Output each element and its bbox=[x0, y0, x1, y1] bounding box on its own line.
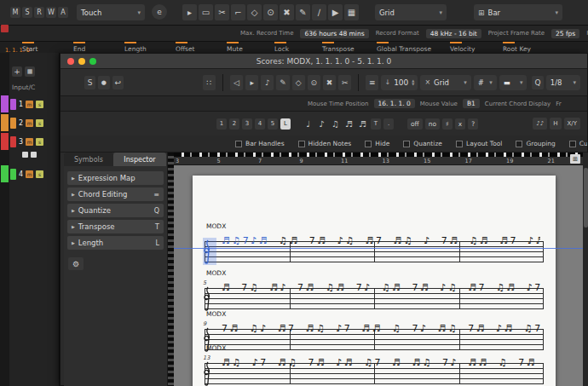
snap-grid-dropdown[interactable]: Grid ▾ bbox=[375, 4, 447, 20]
global-mute-button[interactable]: M bbox=[10, 7, 20, 18]
track-solo-button[interactable]: s bbox=[36, 138, 43, 146]
enharmonic-help-button[interactable]: ? bbox=[468, 118, 478, 130]
play-tool-icon[interactable]: ▶ bbox=[328, 4, 343, 20]
acoustic-feedback-button[interactable]: ● bbox=[98, 76, 109, 89]
lane-button[interactable] bbox=[31, 152, 37, 158]
zoom-tool-icon[interactable]: ⊙ bbox=[308, 75, 320, 90]
global-solo-button[interactable]: S bbox=[22, 7, 32, 18]
track-row[interactable]: 1 m s bbox=[10, 95, 59, 112]
checkbox-cut-rhythm[interactable]: Cut/Rh bbox=[569, 140, 587, 147]
flip-stems-button[interactable]: H bbox=[550, 118, 561, 130]
track-row[interactable]: 4 m s bbox=[10, 165, 59, 182]
staff-lines[interactable]: ♬♫ ♪7 ♬♫ 7♬ ♪♬ ♫7 ♬ ♬♫ 7♪ ♬♬ ♫ 7♬ ♪♫ ♬7 … bbox=[205, 363, 544, 385]
quantize-value-dropdown[interactable]: 1/8 ▾ bbox=[546, 75, 580, 90]
solo-editor-button[interactable]: S bbox=[84, 76, 95, 89]
tab-inspector[interactable]: Inspector bbox=[113, 153, 166, 166]
mute-tool-icon[interactable]: ✖ bbox=[323, 75, 336, 90]
project-frame-rate-value[interactable]: 25 fps bbox=[551, 29, 579, 38]
inspector-section-length[interactable]: ▶ Length L bbox=[67, 236, 164, 250]
notes[interactable]: ♫♬ 7♬ ♪♫ ♬7 ♬♫ ♪ 7♬ ♫♬ ♬7 ♪♬ ♫ 7♬ ♬♫ 7♪ … bbox=[269, 235, 540, 246]
checkbox-quantize[interactable]: Quantize bbox=[403, 140, 442, 147]
vertical-scrollbar[interactable] bbox=[583, 153, 588, 386]
drag-handle-icon[interactable]: ∷ bbox=[203, 75, 216, 90]
ruler-options-button[interactable]: ⊞ bbox=[570, 154, 580, 164]
inspector-section-chord-editing[interactable]: ▶ Chord Editing ≡ bbox=[67, 187, 164, 201]
notes-run[interactable]: ♬♫ ♪7 ♬♫ 7♬ ♪♬ ♫7 ♬ ♬♫ 7♪ ♬♬ ♫ 7♬ ♪♫ ♬7 … bbox=[222, 357, 540, 384]
checkbox-icon[interactable] bbox=[403, 141, 410, 147]
global-automation-button[interactable]: A bbox=[58, 7, 68, 18]
note-value-2-button[interactable]: 2 bbox=[229, 118, 239, 130]
score-page[interactable]: MODX ♬♫7♪♬ ♫♬ 7♬ ♪♫ ♬7 ♬♫ ♪ 7♬ ♫♬ ♬7 ♪♬ … bbox=[193, 176, 556, 386]
enharmonic-no-button[interactable]: no bbox=[425, 118, 440, 130]
checkbox-grouping[interactable]: Grouping bbox=[516, 140, 555, 147]
enharmonic-dropdown[interactable]: # ▾ bbox=[474, 75, 497, 90]
thirtysecond-notes-icon[interactable]: ♬ bbox=[357, 118, 368, 130]
enharmonic-sharp-button[interactable]: ♯ bbox=[442, 118, 453, 130]
speaker-icon[interactable]: ◁ bbox=[230, 75, 243, 90]
selected-notes[interactable]: ♬♫7♪♬ bbox=[222, 235, 269, 246]
beamed-notes-icon[interactable]: ♫ bbox=[330, 118, 341, 130]
track-color-tab[interactable] bbox=[1, 133, 9, 150]
note-value-3-button[interactable]: 3 bbox=[242, 118, 252, 130]
inspector-section-transpose[interactable]: ▶ Transpose T bbox=[67, 220, 164, 233]
track-mute-button[interactable]: m bbox=[26, 170, 33, 178]
checkbox-bar-handles[interactable]: Bar Handles bbox=[235, 140, 285, 147]
draw-tool-icon[interactable]: ✎ bbox=[276, 75, 289, 90]
object-selection-tool-icon[interactable]: ▸ bbox=[182, 4, 197, 20]
grouping-notes-icon[interactable]: ♪♪ bbox=[533, 118, 547, 130]
stepper-arrows-icon[interactable]: ▲▼ bbox=[412, 79, 414, 86]
track-mute-button[interactable]: m bbox=[26, 138, 33, 146]
object-selection-tool-icon[interactable]: ▸ bbox=[245, 75, 258, 90]
checkbox-layout-tool[interactable]: Layout Tool bbox=[456, 140, 502, 147]
range-selection-tool-icon[interactable]: ▭ bbox=[199, 4, 213, 20]
checkbox-icon[interactable] bbox=[569, 141, 576, 147]
staff-system[interactable]: MODX 13 ♬♫ ♪7 ♬♫ 7♬ ♪♬ ♫7 ♬ ♬♫ 7♪ ♬♬ ♫ 7… bbox=[193, 334, 556, 385]
global-write-button[interactable]: W bbox=[46, 7, 56, 18]
sixteenth-notes-icon[interactable]: ♬ bbox=[343, 118, 355, 130]
checkbox-icon[interactable] bbox=[235, 141, 242, 147]
insert-velocity-stepper[interactable]: ↓ 100 ▲▼ bbox=[381, 75, 418, 90]
automation-mode-dropdown[interactable]: Touch ▾ bbox=[77, 4, 145, 20]
insert-note-tool-icon[interactable]: ♪ bbox=[261, 75, 274, 90]
track-folder-icon[interactable]: ▦ bbox=[25, 66, 35, 77]
layers-icon[interactable]: ≡ bbox=[366, 75, 378, 90]
note-value-5-button[interactable]: 5 bbox=[268, 118, 278, 130]
undo-icon[interactable]: ↩ bbox=[112, 76, 124, 89]
mute-tool-icon[interactable]: ✖ bbox=[280, 4, 294, 20]
close-window-button[interactable] bbox=[67, 58, 74, 65]
line-tool-icon[interactable]: ∕ bbox=[312, 4, 326, 20]
gear-icon[interactable]: ⚙ bbox=[68, 257, 84, 270]
length-lock-button[interactable]: L bbox=[280, 118, 291, 130]
checkbox-hide[interactable]: Hide bbox=[365, 140, 389, 147]
track-color-tab[interactable] bbox=[1, 114, 9, 131]
grid-type-dropdown[interactable]: ⊞ Bar ▾ bbox=[474, 4, 562, 20]
note-value-4-button[interactable]: 4 bbox=[255, 118, 265, 130]
track-solo-button[interactable]: s bbox=[36, 101, 43, 108]
glue-tool-icon[interactable]: ⌐ bbox=[231, 4, 245, 20]
eighth-note-icon[interactable]: ♪ bbox=[316, 118, 327, 130]
score-canvas[interactable]: MODX ♬♫7♪♬ ♫♬ 7♬ ♪♫ ♬7 ♬♫ ♪ 7♬ ♫♬ ♬7 ♪♬ … bbox=[174, 165, 588, 386]
quantize-q-button[interactable]: Q bbox=[532, 76, 543, 89]
color-dropdown[interactable]: ▬ ▾ bbox=[499, 75, 527, 90]
cut-tool-icon[interactable]: ✂ bbox=[338, 75, 351, 90]
dotted-note-button[interactable]: . bbox=[383, 118, 394, 130]
split-tool-icon[interactable]: ✂ bbox=[215, 4, 229, 20]
track-row[interactable]: 3 m s bbox=[10, 133, 59, 150]
track-color-tab[interactable] bbox=[1, 95, 9, 112]
track-mute-button[interactable]: m bbox=[26, 119, 33, 127]
track-solo-button[interactable]: s bbox=[36, 119, 43, 127]
inspector-section-expression-map[interactable]: ▶ Expression Map bbox=[67, 171, 164, 185]
checkbox-icon[interactable] bbox=[298, 141, 305, 147]
checkbox-icon[interactable] bbox=[456, 141, 463, 147]
enharmonic-x-button[interactable]: x bbox=[455, 118, 465, 130]
scrollbar-thumb[interactable] bbox=[584, 168, 588, 228]
notes[interactable]: ♬ 7♫ ♬♪ 7♬ ♫♬ 7♪ ♫♬ 7♬ ♪♫ ♬7 ♫♬ ♪7 ♬♫ ♬ … bbox=[222, 282, 540, 293]
enharmonic-off-button[interactable]: off bbox=[407, 118, 423, 130]
checkbox-icon[interactable] bbox=[365, 141, 372, 147]
notes[interactable]: ♬♫ ♪7 ♬♫ 7♬ ♪♬ ♫7 ♬ ♬♫ 7♪ ♬♬ ♫ 7♬ ♪♫ ♬7 … bbox=[222, 357, 540, 368]
quantize-grid-dropdown[interactable]: × Grid ▾ bbox=[420, 75, 470, 90]
track-mute-button[interactable]: m bbox=[26, 101, 33, 108]
automation-panel-button[interactable]: e bbox=[152, 4, 167, 20]
staff-system[interactable]: MODX ♬♫7♪♬ ♫♬ 7♬ ♪♫ ♬7 ♬♫ ♪ 7♬ ♫♬ ♬7 ♪♬ … bbox=[193, 212, 556, 263]
color-tool-icon[interactable]: ▦ bbox=[344, 4, 359, 20]
